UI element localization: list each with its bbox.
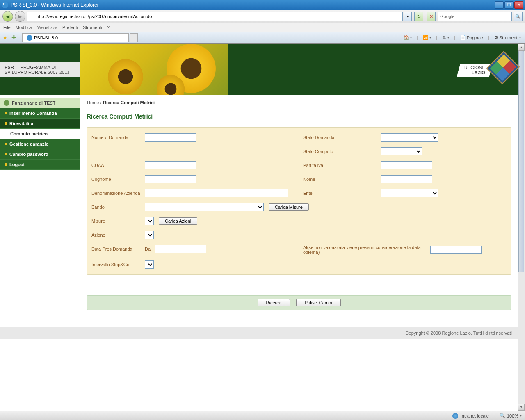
menu-modifica[interactable]: Modifica — [16, 25, 32, 30]
home-button[interactable]: 🏠▾ — [402, 34, 413, 41]
search-input[interactable] — [438, 12, 512, 21]
address-input[interactable] — [27, 12, 403, 21]
print-button[interactable]: 🖶▾ — [441, 34, 451, 41]
tab-title: PSR-SI_3.0 — [34, 35, 58, 40]
stop-button[interactable]: ✕ — [427, 12, 436, 21]
feeds-button[interactable]: 📶▾ — [421, 34, 433, 41]
window-title: PSR-SI_3.0 - Windows Internet Explorer — [11, 2, 495, 8]
browser-tab[interactable]: PSR-SI_3.0 — [22, 33, 129, 42]
menu-file[interactable]: File — [3, 25, 11, 30]
menu-strumenti[interactable]: Strumenti — [83, 25, 102, 30]
refresh-button[interactable]: ↻ — [414, 12, 423, 21]
page-menu[interactable]: 📄 Pagina ▾ — [459, 34, 485, 41]
menu-preferiti[interactable]: Preferiti — [62, 25, 78, 30]
forward-button[interactable]: ► — [15, 11, 25, 22]
tabbar: ★ ✚ PSR-SI_3.0 🏠▾ | 📶▾ | 🖶▾ | 📄 Pagina ▾… — [0, 32, 525, 43]
address-dropdown[interactable]: ▾ — [404, 12, 412, 21]
tools-menu[interactable]: ⚙ Strumenti ▾ — [493, 34, 523, 41]
search-go-button[interactable]: 🔍 — [514, 12, 523, 21]
menubar: File Modifica Visualizza Preferiti Strum… — [0, 23, 525, 32]
minimize-button[interactable]: _ — [495, 1, 504, 9]
titlebar: PSR-SI_3.0 - Windows Internet Explorer _… — [0, 0, 525, 10]
new-tab-button[interactable] — [130, 33, 138, 42]
add-favorites-icon[interactable]: ✚ — [11, 34, 19, 41]
back-button[interactable]: ◄ — [2, 11, 13, 22]
tab-favicon-icon — [27, 35, 32, 41]
maximize-button[interactable]: ❐ — [504, 1, 514, 9]
menu-visualizza[interactable]: Visualizza — [37, 25, 57, 30]
favorites-star-icon[interactable]: ★ — [2, 34, 10, 41]
navbar: ◄ ► ▾ ↻ ✕ 🔍 — [0, 10, 525, 23]
ie-icon — [2, 2, 8, 8]
close-button[interactable]: ✕ — [514, 1, 523, 9]
menu-help[interactable]: ? — [107, 25, 110, 30]
